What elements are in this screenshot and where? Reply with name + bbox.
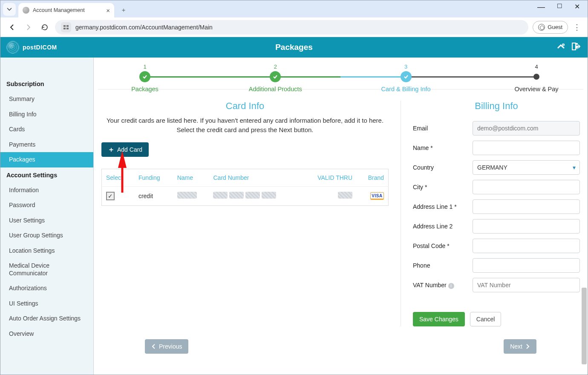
previous-label: Previous	[159, 343, 182, 350]
step-number: 4	[535, 63, 538, 70]
sidebar: Subscription SummaryBilling InfoCardsPay…	[0, 58, 94, 375]
sidebar-heading-account: Account Settings	[0, 167, 93, 183]
svg-rect-1	[66, 25, 69, 27]
back-button[interactable]	[6, 21, 18, 33]
close-window-icon[interactable]: ✕	[574, 3, 580, 12]
postal-field[interactable]	[473, 239, 580, 253]
cell-number	[209, 186, 301, 205]
th-number[interactable]: Card Number	[209, 169, 301, 186]
lbl-phone: Phone	[413, 262, 473, 269]
save-label: Save Changes	[419, 316, 458, 323]
cancel-button[interactable]: Cancel	[470, 312, 502, 326]
th-funding[interactable]: Funding	[134, 169, 173, 186]
logo-icon	[6, 41, 19, 54]
name-field[interactable]	[473, 141, 580, 155]
payment-icon[interactable]: $	[556, 42, 566, 53]
step-label: Packages	[131, 86, 159, 92]
th-brand[interactable]: Brand	[357, 169, 388, 186]
visa-icon: VISA	[370, 192, 384, 200]
sidebar-item-user-group-settings[interactable]: User Group Settings	[0, 228, 93, 243]
app-header: postDICOM Packages $	[0, 37, 588, 58]
card-info-description: Your credit cards are listed here. If yo…	[101, 116, 389, 135]
lbl-addr2: Address Line 2	[413, 223, 473, 230]
address1-field[interactable]	[473, 199, 580, 214]
svg-point-7	[576, 43, 578, 44]
url-bar[interactable]: germany.postdicom.com/AccountManagement/…	[55, 20, 528, 35]
th-name[interactable]: Name	[173, 169, 209, 186]
site-info-icon[interactable]	[61, 22, 71, 32]
cell-funding: credit	[134, 186, 173, 205]
arrow-right-icon	[25, 23, 32, 31]
lbl-vat: VAT Numberi	[413, 282, 473, 289]
tab-list-button[interactable]	[3, 3, 16, 16]
previous-button[interactable]: Previous	[145, 339, 188, 354]
step-number: 2	[274, 63, 277, 70]
sidebar-subscription-list: SummaryBilling InfoCardsPaymentsPackages	[0, 92, 93, 167]
step-node[interactable]	[270, 71, 281, 82]
cell-valid	[301, 186, 357, 205]
phone-field[interactable]	[473, 258, 580, 273]
sidebar-item-cards[interactable]: Cards	[0, 122, 93, 137]
step-node[interactable]	[401, 71, 412, 82]
sidebar-item-payments[interactable]: Payments	[0, 137, 93, 153]
billing-info-panel: Billing Info Email Name * Country ▾ City…	[401, 101, 580, 326]
sidebar-item-auto-order-assign-settings[interactable]: Auto Order Assign Settings	[0, 311, 93, 326]
sidebar-item-billing-info[interactable]: Billing Info	[0, 107, 93, 122]
tab-title: Account Management	[33, 7, 85, 13]
svg-rect-3	[66, 28, 69, 29]
check-icon	[142, 74, 148, 80]
new-tab-button[interactable]: ＋	[118, 4, 130, 16]
next-button[interactable]: Next	[504, 339, 536, 354]
window-controls: — ☐ ✕	[533, 3, 588, 17]
maximize-icon[interactable]: ☐	[557, 3, 562, 12]
address2-field[interactable]	[473, 219, 580, 234]
th-valid[interactable]: VALID THRU	[301, 169, 357, 186]
sidebar-item-packages[interactable]: Packages	[0, 152, 93, 167]
table-row[interactable]: ✓credit VISA	[102, 186, 389, 205]
sidebar-item-password[interactable]: Password	[0, 198, 93, 213]
lbl-postal: Postal Code *	[413, 242, 473, 249]
sidebar-item-overview[interactable]: Overview	[0, 326, 93, 342]
cell-brand: VISA	[357, 186, 388, 205]
billing-title: Billing Info	[413, 101, 580, 112]
lbl-addr1: Address Line 1 *	[413, 203, 473, 210]
sidebar-item-ui-settings[interactable]: UI Settings	[0, 296, 93, 312]
card-info-panel: Card Info Your credit cards are listed h…	[101, 101, 401, 326]
vat-field[interactable]	[473, 278, 580, 292]
city-field[interactable]	[473, 180, 580, 194]
save-button[interactable]: Save Changes	[413, 312, 465, 326]
add-card-button[interactable]: ＋ Add Card	[101, 142, 149, 157]
tab-close-icon[interactable]: ×	[106, 7, 110, 14]
app-logo[interactable]: postDICOM	[6, 41, 57, 54]
check-icon	[272, 74, 278, 80]
row-checkbox[interactable]: ✓	[106, 192, 115, 200]
check-icon	[403, 74, 409, 80]
profile-chip[interactable]: Guest	[533, 21, 568, 34]
cancel-label: Cancel	[476, 316, 495, 323]
browser-menu-button[interactable]: ⋮	[572, 21, 582, 34]
step-node[interactable]	[533, 74, 539, 80]
country-select[interactable]	[473, 160, 580, 175]
main-content: 1Packages2Additional Products3Card & Bil…	[94, 58, 588, 375]
sidebar-item-user-settings[interactable]: User Settings	[0, 213, 93, 228]
browser-tab[interactable]: Account Management ×	[18, 3, 114, 17]
step-label: Overview & Pay	[514, 86, 558, 92]
scrollbar-thumb[interactable]	[582, 288, 587, 364]
sidebar-item-authorizations[interactable]: Authorizations	[0, 281, 93, 296]
sidebar-item-information[interactable]: Information	[0, 183, 93, 198]
forward-button[interactable]	[23, 21, 35, 33]
exit-icon[interactable]	[571, 42, 582, 53]
arrow-left-icon	[9, 23, 16, 31]
plus-icon: ＋	[108, 146, 115, 153]
sidebar-item-medical-device-communicator[interactable]: Medical Device Communicator	[0, 258, 93, 281]
reload-button[interactable]	[39, 21, 51, 33]
email-field[interactable]	[473, 121, 580, 136]
lbl-city: City *	[413, 184, 473, 190]
sidebar-item-location-settings[interactable]: Location Settings	[0, 243, 93, 259]
step-node[interactable]	[139, 71, 150, 82]
next-label: Next	[510, 343, 522, 350]
browser-titlebar: Account Management × ＋ — ☐ ✕	[0, 0, 588, 17]
sidebar-item-summary[interactable]: Summary	[0, 92, 93, 107]
minimize-icon[interactable]: —	[537, 3, 545, 12]
info-icon: i	[448, 283, 454, 289]
